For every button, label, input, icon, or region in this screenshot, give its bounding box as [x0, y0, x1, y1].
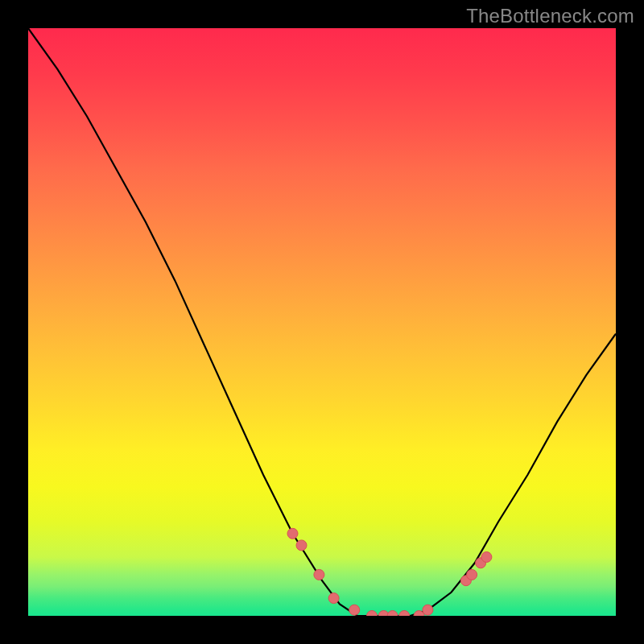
highlight-dot	[423, 605, 433, 615]
chart-container: TheBottleneck.com	[0, 0, 644, 644]
attribution-label: TheBottleneck.com	[466, 5, 634, 27]
highlight-dot	[467, 569, 477, 580]
highlight-dots	[287, 528, 492, 616]
highlight-dot	[314, 569, 324, 580]
highlight-dot	[296, 540, 307, 551]
highlight-dot	[387, 611, 398, 617]
highlight-dot	[367, 611, 378, 617]
plot-area	[28, 28, 616, 616]
bottleneck-curve	[28, 28, 616, 616]
highlight-dot	[287, 528, 298, 539]
highlight-dot	[349, 605, 360, 615]
highlight-dot	[399, 611, 410, 617]
curve-svg	[28, 28, 616, 616]
highlight-dot	[328, 593, 339, 604]
highlight-dot	[481, 552, 492, 563]
